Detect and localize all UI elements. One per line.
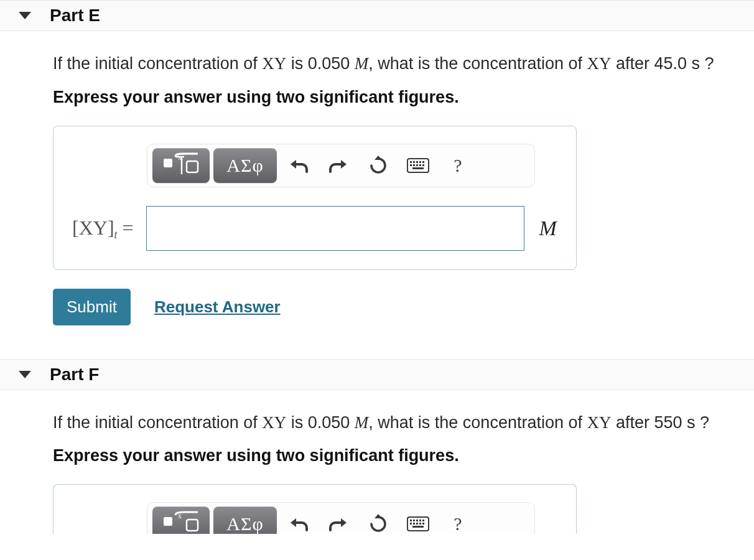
help-icon: ? (454, 155, 462, 176)
text: is 0.050 (286, 413, 355, 432)
keyboard-button[interactable] (400, 506, 436, 534)
undo-button[interactable] (281, 148, 317, 183)
svg-rect-15 (164, 517, 172, 526)
unit-m: M (355, 54, 369, 73)
collapse-triangle-icon (19, 12, 31, 19)
svg-rect-8 (422, 161, 424, 163)
text: after 45.0 s ? (611, 54, 714, 73)
svg-rect-29 (412, 526, 424, 528)
instruction: Express your answer using two significan… (53, 88, 735, 107)
svg-rect-17 (187, 520, 198, 531)
help-icon: ? (454, 513, 462, 534)
variable-xy: XY (587, 413, 611, 432)
part-title: Part E (50, 6, 100, 26)
help-button[interactable]: ? (440, 506, 476, 534)
svg-rect-24 (410, 523, 412, 525)
greek-label: ΑΣφ (226, 155, 263, 176)
reset-button[interactable] (360, 506, 396, 534)
part-title: Part F (50, 365, 99, 385)
text: is 0.050 (286, 54, 355, 73)
text: If the initial concentration of (53, 54, 262, 73)
redo-button[interactable] (320, 506, 356, 534)
answer-input[interactable] (146, 206, 524, 251)
reset-icon (368, 514, 388, 534)
equation-toolbar: x ΑΣφ (147, 144, 535, 187)
svg-rect-12 (419, 164, 421, 166)
help-button[interactable]: ? (440, 148, 476, 183)
svg-rect-20 (413, 520, 415, 521)
svg-rect-11 (416, 164, 418, 166)
part-header-e[interactable]: Part E (0, 0, 754, 31)
templates-icon: x (162, 152, 200, 179)
question-prompt: If the initial concentration of XY is 0.… (53, 51, 735, 77)
equals-sign: = (118, 217, 134, 239)
keyboard-button[interactable] (400, 148, 436, 183)
toolbar-wrap: x ΑΣφ (147, 144, 557, 187)
instruction: Express your answer using two significan… (53, 446, 735, 465)
greek-letters-button[interactable]: ΑΣφ (213, 148, 277, 183)
unit-m: M (355, 413, 369, 432)
part-header-f[interactable]: Part F (0, 359, 754, 390)
svg-rect-9 (410, 164, 412, 166)
svg-rect-28 (422, 523, 424, 525)
equation-toolbar: x ΑΣφ (147, 502, 535, 534)
answer-lhs: [XY]t = (72, 217, 134, 240)
lhs-var: XY (79, 217, 108, 239)
submit-button[interactable]: Submit (53, 289, 131, 325)
redo-button[interactable] (320, 148, 356, 183)
svg-rect-10 (413, 164, 415, 166)
request-answer-link[interactable]: Request Answer (154, 297, 281, 317)
svg-rect-6 (416, 161, 418, 163)
collapse-triangle-icon (19, 371, 31, 378)
bracket-open: [ (72, 217, 79, 239)
action-row: Submit Request Answer (53, 289, 735, 325)
part-f: Part F If the initial concentration of X… (0, 359, 754, 553)
text: If the initial concentration of (53, 413, 262, 432)
variable-xy: XY (587, 54, 611, 73)
keyboard-icon (407, 516, 429, 531)
svg-rect-26 (416, 523, 418, 525)
svg-rect-14 (412, 167, 424, 169)
greek-label: ΑΣφ (226, 513, 263, 534)
answer-unit: M (539, 217, 557, 240)
toolbar-wrap: x ΑΣφ (147, 502, 557, 534)
undo-icon (288, 157, 309, 174)
svg-rect-23 (422, 520, 424, 521)
answer-box: x ΑΣφ (53, 484, 577, 534)
templates-button[interactable]: x (152, 148, 210, 183)
keyboard-icon (407, 158, 429, 173)
undo-button[interactable] (281, 506, 317, 534)
text: after 550 s ? (611, 413, 709, 432)
variable-xy: XY (262, 54, 286, 73)
answer-input-row: [XY]t = M (72, 206, 557, 251)
part-f-content: If the initial concentration of XY is 0.… (0, 390, 754, 553)
part-e-content: If the initial concentration of XY is 0.… (0, 31, 754, 344)
svg-rect-19 (410, 520, 412, 521)
reset-icon (368, 156, 388, 175)
svg-rect-13 (422, 164, 424, 166)
redo-icon (328, 515, 349, 533)
text: , what is the concentration of (368, 54, 587, 73)
svg-rect-21 (416, 520, 418, 521)
svg-rect-5 (413, 161, 415, 163)
templates-button[interactable]: x (152, 506, 210, 534)
redo-icon (328, 157, 349, 174)
reset-button[interactable] (360, 148, 396, 183)
svg-rect-0 (164, 159, 172, 167)
svg-rect-22 (419, 520, 421, 521)
greek-letters-button[interactable]: ΑΣφ (213, 506, 277, 534)
templates-icon: x (162, 511, 200, 534)
svg-rect-4 (410, 161, 412, 163)
svg-rect-2 (187, 161, 198, 172)
part-e: Part E If the initial concentration of X… (0, 0, 754, 344)
bracket-close: ] (108, 217, 114, 239)
question-prompt: If the initial concentration of XY is 0.… (53, 410, 735, 436)
svg-rect-7 (419, 161, 421, 163)
svg-rect-27 (419, 523, 421, 525)
undo-icon (288, 515, 309, 533)
variable-xy: XY (262, 413, 286, 432)
text: , what is the concentration of (368, 413, 587, 432)
svg-rect-25 (413, 523, 415, 525)
lhs-subscript: t (114, 228, 118, 241)
answer-box: x ΑΣφ (53, 126, 577, 270)
